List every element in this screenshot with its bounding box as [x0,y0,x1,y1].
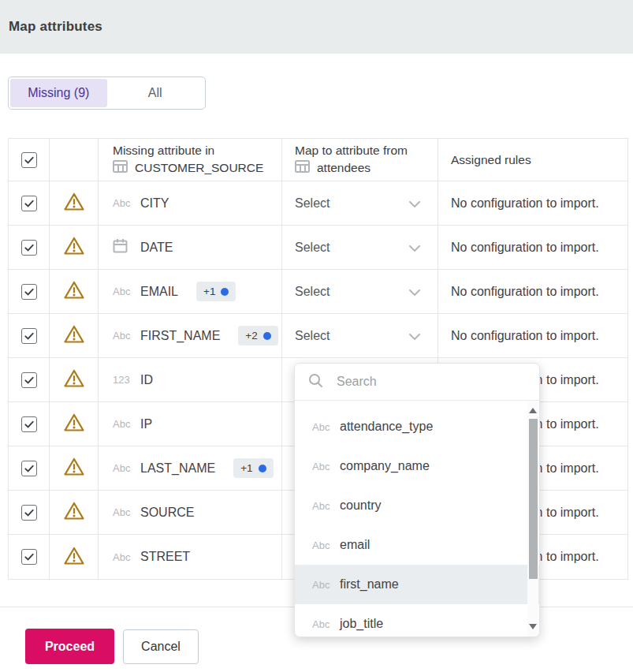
tab-all[interactable]: All [107,79,204,107]
tab-missing[interactable]: Missing (9) [10,79,107,107]
attribute-name: DATE [140,241,173,255]
dropdown-item-label: first_name [340,577,399,592]
chevron-down-icon [409,241,420,255]
attribute-search-dropdown: Abcattendance_type Abccompany_name Abcco… [294,363,540,637]
dropdown-item-label: attendance_type [340,420,433,434]
attribute-type-label: Abc [113,418,133,430]
warning-icon [63,501,85,524]
dropdown-option-list: Abcattendance_type Abccompany_name Abcco… [295,401,539,637]
warning-icon [63,236,85,259]
attribute-name: LAST_NAME [140,461,215,476]
dropdown-item[interactable]: Abccompany_name [295,446,539,486]
row-checkbox[interactable] [21,240,37,256]
table-row: AbcEMAIL+1 Select No configuration to im… [9,270,627,314]
dropdown-item-label: country [340,498,381,513]
attribute-type-label: Abc [113,506,133,518]
table-icon [113,160,128,176]
scrollbar-down-arrow[interactable] [529,624,537,629]
table-row: AbcFIRST_NAME+2 Select No configuration … [9,314,627,358]
dialog-header: Map attributes [0,0,633,54]
attribute-name: IP [140,417,152,431]
dropdown-item[interactable]: Abcattendance_type [295,407,539,446]
attribute-type-label: Abc [113,551,133,563]
select-dropdown[interactable]: Select [282,270,438,313]
assigned-rules-text: No configuration to import. [451,241,599,255]
warning-icon [63,280,85,303]
assigned-rules-text: No configuration to import. [451,285,599,299]
attribute-name: SOURCE [140,506,194,520]
scrollbar-up-arrow[interactable] [529,408,537,413]
select-dropdown[interactable]: Select [282,226,438,269]
table-icon [295,160,310,176]
warning-icon [63,413,85,435]
dropdown-item-highlighted[interactable]: Abcfirst_name [295,565,539,604]
dialog-title: Map attributes [9,19,102,35]
row-checkbox[interactable] [21,505,37,521]
dropdown-item[interactable]: Abcjob_title [295,604,539,637]
dropdown-item-label: company_name [340,459,430,473]
attribute-name: FIRST_NAME [140,329,220,343]
chevron-down-icon [409,196,420,211]
attribute-name: CITY [140,196,169,211]
attribute-name: ID [140,373,153,387]
count-badge: +1 [233,458,273,478]
attribute-type-label: Abc [113,330,133,342]
warning-icon [63,324,85,347]
table-header-row: Missing attribute in CUSTOMER_SOURCE Map… [9,139,627,181]
chevron-down-icon [409,285,420,299]
calendar-icon [113,238,133,256]
row-checkbox[interactable] [21,196,37,211]
proceed-button[interactable]: Proceed [25,629,114,664]
row-checkbox[interactable] [21,328,37,344]
row-checkbox[interactable] [21,284,37,300]
dropdown-item[interactable]: Abccountry [295,486,539,525]
attribute-type-label: Abc [113,462,133,474]
cancel-button[interactable]: Cancel [123,629,199,664]
dropdown-item-label: email [340,538,370,552]
row-checkbox[interactable] [21,461,37,476]
chevron-down-icon [409,329,420,343]
row-checkbox[interactable] [21,416,37,432]
assigned-rules-text: No configuration to import. [451,329,599,343]
badge-dot [259,465,266,472]
dropdown-item-label: job_title [340,617,383,631]
row-checkbox[interactable] [21,372,37,388]
attribute-name: STREET [140,550,190,564]
attribute-type-label: Abc [113,197,133,209]
warning-icon [63,457,85,480]
table-row: DATE Select No configuration to import. [9,226,627,270]
column-header-assigned-rules: Assigned rules [451,153,531,167]
attribute-type-label: 123 [113,374,133,386]
badge-dot [221,288,229,296]
count-badge: +1 [196,282,236,301]
select-dropdown[interactable]: Select [282,314,438,357]
warning-icon [63,546,85,569]
count-badge: +2 [238,326,277,345]
column-header-map-to: Map to attribute from attendees [295,144,408,176]
assigned-rules-text: No configuration to import. [451,196,599,211]
column-header-missing-attribute: Missing attribute in CUSTOMER_SOURCE [113,144,263,176]
search-icon [308,373,323,391]
filter-tab-group: Missing (9) All [8,77,206,110]
attribute-type-label: Abc [113,286,133,297]
select-all-checkbox[interactable] [21,152,37,168]
attribute-name: EMAIL [140,285,178,299]
table-row: AbcCITY Select No configuration to impor… [9,181,627,226]
scrollbar-thumb[interactable] [529,419,538,579]
dropdown-item[interactable]: Abcemail [295,525,539,565]
select-dropdown[interactable]: Select [282,181,438,225]
search-input[interactable] [337,375,502,389]
warning-icon [63,368,85,391]
badge-dot [263,332,271,340]
row-checkbox[interactable] [21,549,37,565]
warning-icon [63,192,85,215]
